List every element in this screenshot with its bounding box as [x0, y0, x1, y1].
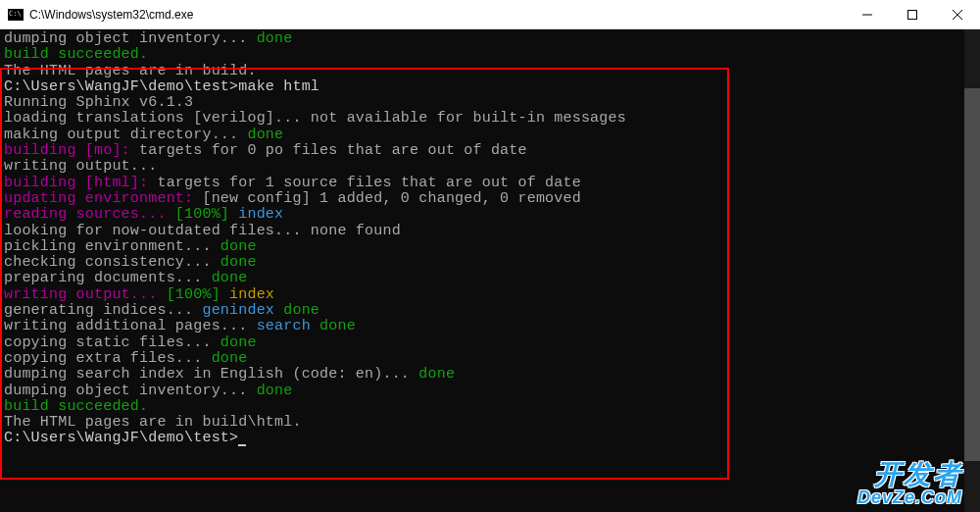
scrollbar[interactable]: [964, 29, 980, 512]
output-line: checking consistency... done: [4, 255, 980, 271]
output-line: The HTML pages are in build\html.: [4, 415, 980, 431]
maximize-icon: [907, 10, 917, 20]
maximize-button[interactable]: [890, 0, 935, 29]
output-line: The HTML pages are in build.: [4, 64, 980, 79]
output-line: dumping object inventory... done: [4, 31, 980, 47]
output-line: writing output... [100%] index: [4, 287, 980, 303]
cursor: [238, 444, 246, 446]
minimize-icon: [862, 10, 872, 20]
window-titlebar: C:\Windows\system32\cmd.exe: [0, 0, 980, 29]
close-button[interactable]: [935, 0, 980, 29]
window-title: C:\Windows\system32\cmd.exe: [29, 8, 845, 22]
output-line: loading translations [verilog]... not av…: [4, 111, 980, 127]
output-line: dumping search index in English (code: e…: [4, 367, 980, 383]
output-line: preparing documents... done: [4, 271, 980, 286]
terminal-area[interactable]: dumping object inventory... done build s…: [0, 29, 980, 512]
output-line: copying extra files... done: [4, 351, 980, 367]
output-line: C:\Users\WangJF\demo\test>make html: [4, 79, 980, 95]
output-line: build succeeded.: [4, 47, 980, 63]
output-line: generating indices... genindex done: [4, 303, 980, 319]
svg-rect-1: [908, 11, 917, 20]
output-line: making output directory... done: [4, 128, 980, 143]
window-controls: [845, 0, 980, 28]
output-line: building [mo]: targets for 0 po files th…: [4, 143, 980, 159]
output-line: build succeeded.: [4, 399, 980, 415]
output-line: writing additional pages... search done: [4, 319, 980, 334]
output-line: writing output...: [4, 159, 980, 175]
output-line: reading sources... [100%] index: [4, 207, 980, 223]
output-line: dumping object inventory... done: [4, 384, 980, 399]
output-line: looking for now-outdated files... none f…: [4, 224, 980, 239]
output-line: Running Sphinx v6.1.3: [4, 95, 980, 111]
prompt-text: C:\Users\WangJF\demo\test>: [4, 430, 238, 446]
close-icon: [953, 10, 962, 20]
output-line: building [html]: targets for 1 source fi…: [4, 176, 980, 191]
minimize-button[interactable]: [845, 0, 890, 29]
output-line: updating environment: [new config] 1 add…: [4, 191, 980, 207]
output-line: copying static files... done: [4, 335, 980, 351]
cmd-icon: [8, 9, 24, 21]
scrollbar-thumb[interactable]: [964, 88, 980, 461]
output-line: pickling environment... done: [4, 239, 980, 255]
prompt-line: C:\Users\WangJF\demo\test>: [4, 431, 980, 446]
